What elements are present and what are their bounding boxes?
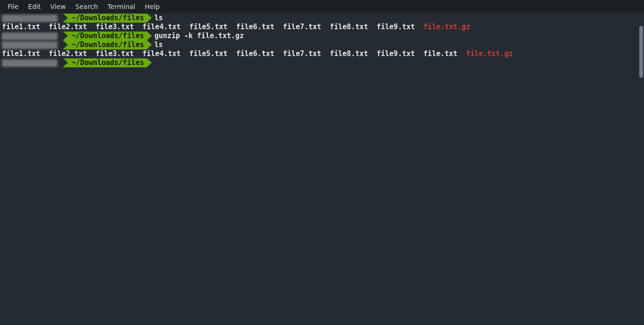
file-entry: file8.txt <box>330 23 368 32</box>
user-host-blurred <box>2 41 58 49</box>
menu-search[interactable]: Search <box>71 1 103 12</box>
file-entry: file2.txt <box>49 49 87 58</box>
file-entry: file4.txt <box>142 49 181 58</box>
prompt-path: ~/Downloads/files <box>63 41 147 49</box>
file-entry: file6.txt <box>236 23 274 32</box>
prompt-line-active[interactable]: ~/Downloads/files <box>0 58 644 67</box>
file-entry: file5.txt <box>189 49 227 58</box>
command-text: gunzip -k file.txt.gz <box>155 32 244 41</box>
prompt-path: ~/Downloads/files <box>63 32 147 41</box>
scrollbar-thumb[interactable] <box>639 26 643 78</box>
file-entry: file9.txt <box>377 23 415 32</box>
menubar: File Edit View Search Terminal Help <box>0 0 644 13</box>
file-entry-gz: file.txt.gz <box>466 49 512 58</box>
prompt-line: ~/Downloads/files ls <box>0 41 644 49</box>
file-entry: file9.txt <box>377 49 415 58</box>
prompt-line: ~/Downloads/files gunzip -k file.txt.gz <box>0 32 644 41</box>
menu-terminal[interactable]: Terminal <box>103 1 140 12</box>
file-entry: file4.txt <box>142 23 181 32</box>
ls-output: file1.txt file2.txt file3.txt file4.txt … <box>0 23 644 32</box>
menu-edit[interactable]: Edit <box>23 1 45 12</box>
file-entry-gz: file.txt.gz <box>423 23 470 32</box>
prompt-path: ~/Downloads/files <box>63 14 147 23</box>
file-entry: file3.txt <box>96 49 134 58</box>
user-host-blurred <box>2 59 58 67</box>
file-entry: file5.txt <box>189 23 227 32</box>
file-entry: file2.txt <box>49 23 87 32</box>
command-text: ls <box>155 14 163 23</box>
file-entry: file1.txt <box>2 23 40 32</box>
file-entry: file7.txt <box>283 49 321 58</box>
menu-file[interactable]: File <box>3 1 23 12</box>
terminal-area[interactable]: ~/Downloads/files ls file1.txt file2.txt… <box>0 13 644 325</box>
file-entry: file.txt <box>423 49 457 58</box>
file-entry: file8.txt <box>330 49 368 58</box>
command-text: ls <box>155 41 163 49</box>
menu-view[interactable]: View <box>46 1 71 12</box>
prompt-path: ~/Downloads/files <box>63 58 147 67</box>
user-host-blurred <box>2 15 58 22</box>
menu-help[interactable]: Help <box>140 1 165 12</box>
user-host-blurred <box>2 32 58 40</box>
prompt-line: ~/Downloads/files ls <box>0 14 644 23</box>
ls-output: file1.txt file2.txt file3.txt file4.txt … <box>0 49 644 58</box>
file-entry: file3.txt <box>96 23 134 32</box>
file-entry: file1.txt <box>2 49 40 58</box>
file-entry: file6.txt <box>236 49 274 58</box>
file-entry: file7.txt <box>283 23 321 32</box>
